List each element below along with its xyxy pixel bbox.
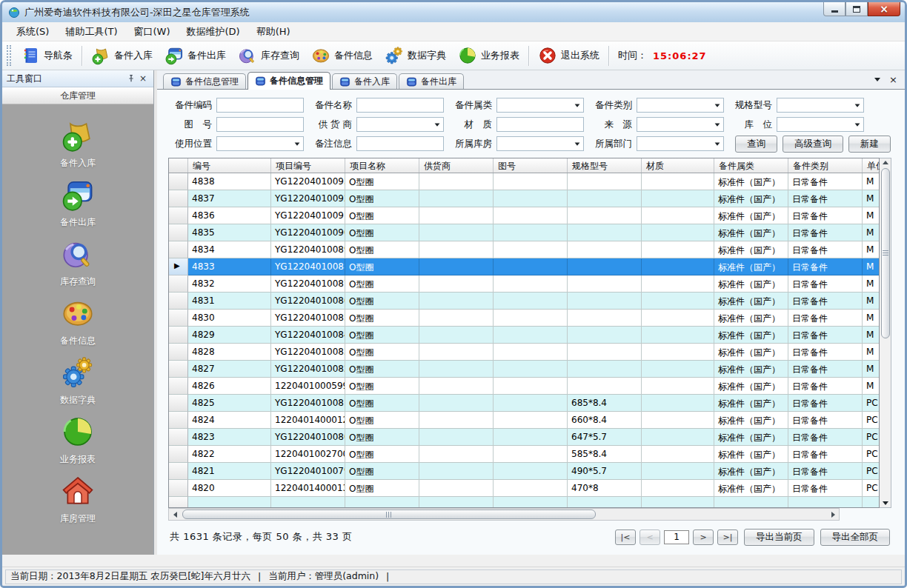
toolbar-button-inbound[interactable]: 备件入库 [85,44,159,67]
field-select-position[interactable] [216,136,304,151]
table-row[interactable]: ▶4833YG12204010088O型圈标准件（国产）日常备件M [169,258,879,275]
first-page-button[interactable]: |< [615,529,636,545]
field-select-category[interactable] [637,98,724,113]
table-row[interactable]: 4827YG12204010082O型圈标准件（国产）日常备件M [169,361,879,378]
toolbar-button-report[interactable]: 业务报表 [452,44,525,67]
field-select-supplier[interactable] [356,117,444,132]
time-label: 时间： [618,49,647,62]
table-row[interactable]: 48221220401002700O型圈585*8.4标准件（国产）日常备件PC [169,446,879,463]
toolbar-button-outbound[interactable]: 备件出库 [159,44,232,67]
sidebar-group-title[interactable]: 仓库管理 [2,87,153,104]
toolbar-button-info[interactable]: 备件信息 [305,44,379,67]
table-row[interactable]: 4837YG12204010092O型圈标准件（国产）日常备件M [169,190,879,207]
field-select-location[interactable] [777,117,864,132]
toolbar-button-query[interactable]: 库存查询 [232,44,305,67]
field-select-spec[interactable] [777,98,864,113]
sidebar-item-info[interactable]: 备件信息 [2,296,153,347]
tab-1[interactable]: 备件信息管理 [163,73,246,89]
table-row[interactable]: 4829YG12204010084O型圈标准件（国产）日常备件M [169,327,879,344]
prev-page-button[interactable]: < [639,529,660,545]
scroll-up-icon[interactable] [883,161,888,164]
horizontal-scroll-thumb[interactable] [182,510,596,519]
export-current-button[interactable]: 导出当前页 [744,529,814,546]
field-input-code[interactable] [216,98,304,113]
close-panel-icon[interactable]: × [137,73,149,84]
tab-3[interactable]: 备件入库 [332,73,397,89]
column-header-material[interactable]: 材质 [642,158,714,173]
field-input-drawing[interactable] [216,117,304,132]
field-select-department[interactable] [637,136,724,151]
table-row[interactable]: 48261220401000599O型圈标准件（国产）日常备件M [169,378,879,395]
cell-type: 日常备件 [788,429,863,446]
table-row[interactable]: 4836YG12204010091O型圈标准件（国产）日常备件M [169,207,879,224]
menu-item-2[interactable]: 辅助工具(T) [57,22,125,41]
last-page-button[interactable]: >| [717,529,738,545]
column-header-project_no[interactable]: 项目编号 [271,158,345,173]
sidebar-item-outbound[interactable]: 备件出库 [2,178,153,229]
menu-item-4[interactable]: 数据维护(D) [179,22,248,41]
search-row-3: 使用位置备注信息所属库房所属部门查询高级查询新建 [162,134,905,153]
table-row[interactable]: 4834YG12204010089O型圈标准件（国产）日常备件M [169,241,879,258]
vertical-scrollbar[interactable] [880,158,891,508]
field-input-name[interactable] [356,98,444,113]
sidebar-item-inbound[interactable]: 备件入库 [2,118,153,170]
toolbar-button-navbar[interactable]: 导航条 [15,44,79,67]
scroll-right-icon[interactable] [827,509,839,520]
table-row[interactable]: 4835YG12204010090O型圈标准件（国产）日常备件M [169,224,879,241]
export-all-button[interactable]: 导出全部页 [820,529,891,546]
vertical-scroll-thumb[interactable] [881,168,890,338]
table-row[interactable]: 4832YG12204010087O型圈标准件（国产）日常备件M [169,275,879,293]
sidebar-item-report[interactable]: 业务报表 [2,415,153,466]
field-select-warehouse[interactable] [496,136,584,151]
table-row[interactable]: 4838YG12204010093O型圈标准件（国产）日常备件M [169,173,879,190]
column-header-spec[interactable]: 规格型号 [568,158,642,173]
page-number-input[interactable] [664,530,689,544]
column-header-unit[interactable]: 单位 [863,158,880,173]
column-header-supplier[interactable]: 供货商 [419,158,494,173]
horizontal-scrollbar[interactable] [168,508,840,521]
horizontal-scroll-track[interactable] [181,509,827,520]
new-button[interactable]: 新建 [848,136,891,153]
pin-icon[interactable] [125,73,137,84]
field-select-source[interactable] [637,117,724,132]
field-input-remark[interactable] [356,136,444,151]
menu-item-3[interactable]: 窗口(W) [126,22,179,41]
advanced-query-button[interactable]: 高级查询 [783,136,843,153]
column-header-drawing[interactable]: 图号 [494,158,568,173]
table-row[interactable]: 4825YG12204010081O型圈685*8.4标准件（国产）日常备件PC [169,395,879,412]
sidebar-item-query[interactable]: 库存查询 [2,237,153,288]
menu-item-1[interactable]: 系统(S) [8,22,57,41]
cell-spec: 685*8.4 [568,395,642,412]
tab-close-icon[interactable]: × [889,75,897,84]
tab-list-dropdown-icon[interactable] [874,78,880,81]
menu-item-5[interactable]: 帮助(H) [248,22,299,41]
table-row[interactable]: 4828YG12204010083O型圈标准件（国产）日常备件M [169,344,879,361]
table-row[interactable]: 48241220401400012O型圈660*8.4标准件（国产）日常备件PC [169,412,879,429]
close-button[interactable]: × [868,2,900,16]
scroll-left-icon[interactable] [169,509,181,520]
sidebar-item-house[interactable]: 库房管理 [2,474,153,525]
column-header-name[interactable]: 项目名称 [345,158,419,173]
column-header-id[interactable]: 编号 [188,158,271,173]
next-page-button[interactable]: > [693,529,714,545]
field-input-material[interactable] [496,117,584,132]
table-row[interactable]: 4830YG12204010085O型圈标准件（国产）日常备件M [169,310,879,327]
table-row[interactable]: 4821YG12204010079O型圈490*5.7标准件（国产）日常备件PC [169,463,879,480]
tab-2[interactable]: 备件信息管理 [247,72,330,90]
table-row[interactable]: 48201220401400013O型圈470*8标准件（国产）日常备件PC [169,480,879,497]
table-row[interactable]: 4823YG12204010080O型圈647*5.7标准件（国产）日常备件PC [169,429,879,446]
table-row[interactable]: 4831YG12204010086O型圈标准件（国产）日常备件M [169,293,879,310]
toolbar-button-exit[interactable]: 退出系统 [532,44,605,67]
minimize-button[interactable] [823,2,845,16]
query-button[interactable]: 查询 [735,136,777,153]
column-header-type[interactable]: 备件类别 [788,158,863,173]
scroll-down-icon[interactable] [883,501,888,505]
column-header-category[interactable]: 备件属类 [714,158,788,173]
toolbar-button-dict[interactable]: 数据字典 [379,44,452,67]
tab-4[interactable]: 备件出库 [399,73,464,89]
maximize-button[interactable] [845,2,868,16]
toolbar-grip[interactable] [7,45,11,66]
sidebar-item-dict[interactable]: 数据字典 [2,355,153,407]
field-select-attr[interactable] [496,98,584,113]
query-icon [238,46,257,65]
